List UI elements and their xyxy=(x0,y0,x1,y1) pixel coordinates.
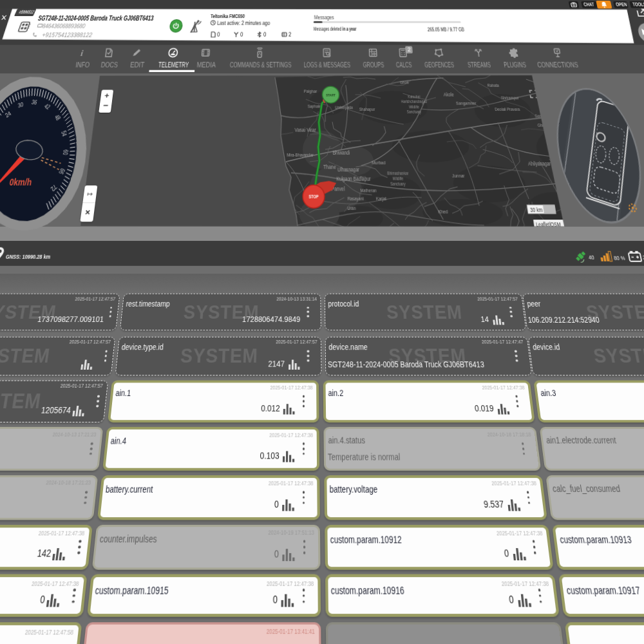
svg-text:Sanctuary: Sanctuary xyxy=(390,182,406,187)
svg-text:Rahata: Rahata xyxy=(487,83,499,88)
svg-text:Saphale: Saphale xyxy=(308,104,321,108)
svg-text:Ulhasnagar: Ulhasnagar xyxy=(337,166,360,173)
svg-text:Palghar: Palghar xyxy=(304,88,317,94)
svg-text:Shahapur: Shahapur xyxy=(359,107,375,111)
svg-text:STOP: STOP xyxy=(308,194,318,199)
svg-text:Wildlife: Wildlife xyxy=(409,104,419,109)
svg-text:Matheran: Matheran xyxy=(360,188,376,193)
svg-text:Karjat: Karjat xyxy=(376,196,386,202)
svg-text:Junnar: Junnar xyxy=(452,173,466,178)
svg-text:Uran: Uran xyxy=(347,205,355,211)
svg-text:Umberpada: Umberpada xyxy=(335,105,354,109)
svg-text:Bhimashankar: Bhimashankar xyxy=(387,171,408,176)
svg-text:Kulgaon Badlapur: Kulgaon Badlapur xyxy=(336,176,371,182)
svg-text:Murbad: Murbad xyxy=(372,160,386,166)
svg-text:i: i xyxy=(80,49,84,59)
svg-text:Vasai Virar: Vasai Virar xyxy=(294,127,316,134)
svg-text:Sanctuary: Sanctuary xyxy=(407,109,422,114)
svg-text:START: START xyxy=(326,93,336,97)
svg-text:Rasayani: Rasayani xyxy=(347,196,363,202)
svg-text:Ahilyanagar: Ahilyanagar xyxy=(527,160,551,167)
svg-text:Thane: Thane xyxy=(323,163,336,170)
svg-text:Deolali Pravara: Deolali Pravara xyxy=(495,107,520,111)
svg-text:Wildlife: Wildlife xyxy=(392,176,403,182)
svg-text:Shrirampur: Shrirampur xyxy=(500,95,519,100)
svg-text:60: 60 xyxy=(61,149,70,155)
svg-text:30 km: 30 km xyxy=(530,207,544,213)
svg-text:Akole: Akole xyxy=(443,92,454,97)
svg-text:Harishchandragad: Harishchandragad xyxy=(401,99,427,104)
svg-text:Mira-Bhayandar: Mira-Bhayandar xyxy=(287,153,313,157)
svg-text:Khed: Khed xyxy=(438,208,448,214)
svg-text:Kalsubai: Kalsubai xyxy=(408,94,420,99)
svg-text:Sangamner: Sangamner xyxy=(456,100,477,106)
svg-text:Ghoti: Ghoti xyxy=(400,80,409,84)
svg-text:Bhiwandi: Bhiwandi xyxy=(332,150,350,156)
svg-text:0km/h: 0km/h xyxy=(8,176,33,188)
